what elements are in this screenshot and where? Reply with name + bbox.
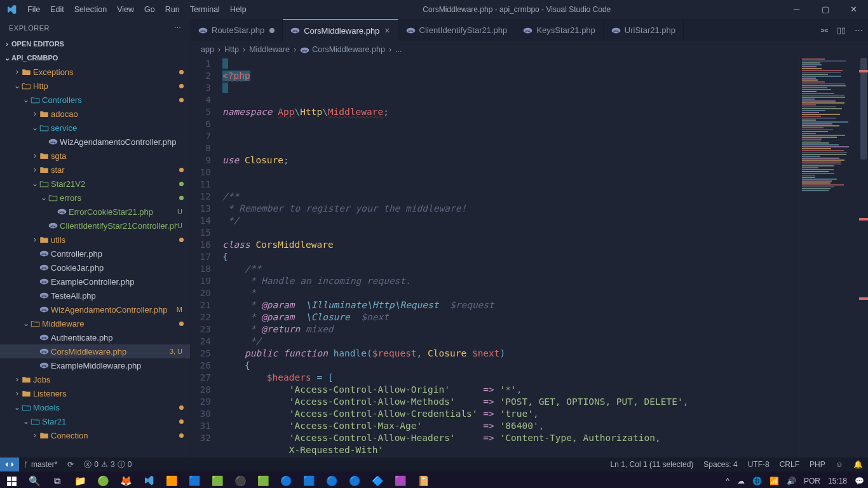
- problems[interactable]: ⓧ 0 ⚠ 3 ⓘ 0: [79, 458, 137, 471]
- tab-uristar21-php[interactable]: phpUriStar21.php: [604, 19, 684, 41]
- file-corsmiddleware-php[interactable]: phpCorsMiddleware.php3, U: [0, 344, 190, 358]
- file-testeall-php[interactable]: phpTesteAll.php: [0, 288, 190, 302]
- editor-area: phpRouteStar.phpphpCorsMiddleware.php×ph…: [191, 19, 868, 458]
- folder-adocao[interactable]: ›adocao: [0, 107, 190, 121]
- file-controller-php[interactable]: phpController.php: [0, 247, 190, 261]
- menu-run[interactable]: Run: [160, 5, 185, 14]
- folder-exceptions[interactable]: ›Exceptions: [0, 65, 190, 79]
- github-icon[interactable]: ⚫: [229, 471, 252, 488]
- chrome-icon[interactable]: 🟢: [92, 471, 114, 488]
- menu-file[interactable]: File: [22, 5, 45, 14]
- tab-clientidentifystar21-php[interactable]: phpClientIdentifyStar21.php: [398, 19, 516, 41]
- notifications-icon[interactable]: 🔔: [848, 458, 868, 471]
- feedback-icon[interactable]: ☺: [831, 458, 848, 471]
- folder-service[interactable]: ⌄service: [0, 121, 190, 135]
- menu-edit[interactable]: Edit: [45, 5, 69, 14]
- outlook-icon[interactable]: 🟦: [297, 471, 320, 488]
- editor-scrollbar[interactable]: [859, 58, 868, 458]
- file-wizagendamentocontroller-php[interactable]: phpWizAgendamentoController.phpM: [0, 302, 190, 316]
- breadcrumb[interactable]: app›Http›Middleware›phpCorsMiddleware.ph…: [191, 41, 868, 58]
- minimap[interactable]: [799, 58, 859, 458]
- file-explorer-icon[interactable]: 📁: [69, 471, 92, 488]
- edge-icon[interactable]: 🔵: [275, 471, 297, 488]
- action-center-icon[interactable]: 💬: [851, 477, 868, 485]
- start-button[interactable]: [0, 471, 23, 488]
- app-icon[interactable]: 🟧: [160, 471, 183, 488]
- git-branch[interactable]: ᚶ master*: [19, 458, 62, 471]
- open-editors-section[interactable]: ›OPEN EDITORS: [0, 37, 190, 51]
- folder-star21v2[interactable]: ⌄Star21V2: [0, 177, 190, 191]
- task-view-icon[interactable]: ⧉: [46, 471, 69, 488]
- folder-utils[interactable]: ›utils: [0, 233, 190, 247]
- notes-icon[interactable]: 📔: [412, 471, 435, 488]
- app-icon[interactable]: 🟩: [206, 471, 229, 488]
- folder-models[interactable]: ⌄Models: [0, 400, 190, 414]
- close-button[interactable]: ✕: [839, 0, 868, 19]
- file-wizagendamentocontroller-php[interactable]: phpWizAgendamentoController.php: [0, 135, 190, 149]
- line-gutter: 1234567891011121314151617181920212223242…: [191, 58, 222, 458]
- keyboard-lang[interactable]: POR: [800, 477, 824, 485]
- remote-indicator[interactable]: [0, 458, 19, 471]
- file-authenticate-php[interactable]: phpAuthenticate.php: [0, 330, 190, 344]
- app-icon[interactable]: 🟦: [183, 471, 206, 488]
- folder-conection[interactable]: ›Conection: [0, 428, 190, 442]
- folder-controllers[interactable]: ⌄Controllers: [0, 93, 190, 107]
- editor-tabs: phpRouteStar.phpphpCorsMiddleware.php×ph…: [191, 19, 868, 41]
- encoding[interactable]: UTF-8: [743, 458, 775, 471]
- file-errorcookiestar21-php[interactable]: phpErrorCookieStar21.phpU: [0, 205, 190, 219]
- eol[interactable]: CRLF: [775, 458, 804, 471]
- wifi-icon[interactable]: 📶: [766, 477, 783, 485]
- more-icon[interactable]: ⋯: [855, 25, 863, 35]
- cursor-position[interactable]: Ln 1, Col 1 (11 selected): [606, 458, 699, 471]
- sync-icon[interactable]: ⟳: [62, 458, 79, 471]
- tab-corsmiddleware-php[interactable]: phpCorsMiddleware.php×: [283, 19, 398, 41]
- folder-star21[interactable]: ⌄Star21: [0, 414, 190, 428]
- menu-selection[interactable]: Selection: [69, 5, 112, 14]
- telegram-icon[interactable]: 🔵: [320, 471, 343, 488]
- onedrive-icon[interactable]: ☁: [733, 477, 749, 485]
- menu-terminal[interactable]: Terminal: [185, 5, 225, 14]
- app-icon[interactable]: 🔵: [343, 471, 366, 488]
- menu-go[interactable]: Go: [139, 5, 160, 14]
- indentation[interactable]: Spaces: 4: [698, 458, 742, 471]
- close-icon[interactable]: ×: [384, 25, 390, 36]
- compare-icon[interactable]: ⫘: [820, 25, 828, 35]
- svg-rect-35: [12, 477, 17, 481]
- language-mode[interactable]: PHP: [804, 458, 831, 471]
- app-icon[interactable]: 🔷: [366, 471, 389, 488]
- split-icon[interactable]: ▯▯: [837, 25, 846, 35]
- code-content[interactable]: <?php namespace App\Http\Middleware; use…: [222, 58, 868, 458]
- file-cookiejar-php[interactable]: phpCookieJar.php: [0, 261, 190, 274]
- vscode-icon[interactable]: [137, 471, 160, 488]
- maximize-button[interactable]: ▢: [811, 0, 839, 19]
- firefox-icon[interactable]: 🦊: [114, 471, 137, 488]
- tray-chevron-icon[interactable]: ^: [722, 477, 733, 485]
- code-editor[interactable]: 1234567891011121314151617181920212223242…: [191, 58, 868, 458]
- excel-icon[interactable]: 🟩: [252, 471, 275, 488]
- svg-text:php: php: [42, 336, 47, 339]
- menu-help[interactable]: Help: [225, 5, 252, 14]
- scrollbar-thumb[interactable]: [860, 58, 867, 159]
- folder-errors[interactable]: ⌄errors: [0, 191, 190, 205]
- svg-text:php: php: [51, 224, 56, 227]
- volume-icon[interactable]: 🔊: [783, 477, 800, 485]
- network-icon[interactable]: 🌐: [749, 477, 766, 485]
- folder-jobs[interactable]: ›Jobs: [0, 372, 190, 386]
- teams-icon[interactable]: 🟪: [389, 471, 412, 488]
- search-icon[interactable]: 🔍: [23, 471, 46, 488]
- clock[interactable]: 15:18: [824, 477, 851, 485]
- folder-http[interactable]: ⌄Http: [0, 79, 190, 93]
- folder-middleware[interactable]: ⌄Middleware: [0, 316, 190, 330]
- folder-listeners[interactable]: ›Listeners: [0, 386, 190, 400]
- minimize-button[interactable]: ─: [782, 0, 811, 19]
- tab-routestar-php[interactable]: phpRouteStar.php: [191, 19, 283, 41]
- file-examplemiddleware-php[interactable]: phpExampleMiddleware.php: [0, 358, 190, 372]
- file-clientidentifystar21controller-php[interactable]: phpClientIdentifyStar21Controller.phpU: [0, 219, 190, 233]
- folder-star[interactable]: ›star: [0, 163, 190, 177]
- file-examplecontroller-php[interactable]: phpExampleController.php: [0, 274, 190, 288]
- more-icon[interactable]: ⋯: [174, 24, 182, 32]
- folder-sgta[interactable]: ›sgta: [0, 149, 190, 163]
- menu-view[interactable]: View: [112, 5, 139, 14]
- project-section[interactable]: ⌄API_CRMBPO: [0, 51, 190, 65]
- tab-keysstar21-php[interactable]: phpKeysStar21.php: [515, 19, 604, 41]
